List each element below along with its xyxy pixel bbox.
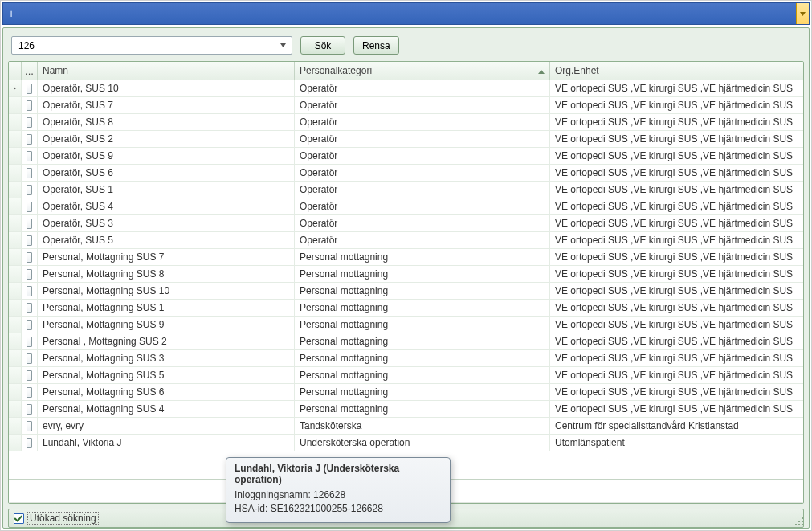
row-indicator xyxy=(9,350,22,366)
row-checkbox[interactable] xyxy=(27,151,32,161)
row-checkbox[interactable] xyxy=(27,353,32,364)
row-checkbox-cell[interactable] xyxy=(22,333,38,349)
row-checkbox-cell[interactable] xyxy=(22,249,38,265)
grid-header-org[interactable]: Org.Enhet xyxy=(550,62,803,80)
row-checkbox-cell[interactable] xyxy=(22,232,38,248)
row-category: Operatör xyxy=(295,232,550,248)
titlebar[interactable]: + xyxy=(2,2,810,25)
row-category: Operatör xyxy=(295,165,550,181)
table-row[interactable]: Operatör, SUS 8OperatörVE ortopedi SUS ,… xyxy=(9,114,803,131)
row-checkbox[interactable] xyxy=(27,438,32,448)
row-name: Operatör, SUS 9 xyxy=(38,148,295,164)
row-checkbox-cell[interactable] xyxy=(22,367,38,383)
grid-header-indicator[interactable] xyxy=(9,62,22,80)
table-row[interactable]: Operatör, SUS 5OperatörVE ortopedi SUS ,… xyxy=(9,232,803,249)
table-row[interactable]: Personal , Mottagning SUS 2Personal mott… xyxy=(9,333,803,350)
grid-header-checkbox[interactable]: ... xyxy=(22,62,38,80)
new-tab-plus-icon[interactable]: + xyxy=(3,7,19,20)
row-checkbox-cell[interactable] xyxy=(22,384,38,400)
row-name: Personal, Mottagning SUS 3 xyxy=(38,350,295,366)
row-checkbox-cell[interactable] xyxy=(22,266,38,282)
row-category: Operatör xyxy=(295,80,550,96)
tooltip-login-value: 126628 xyxy=(313,489,345,500)
row-checkbox-cell[interactable] xyxy=(22,435,38,451)
row-checkbox[interactable] xyxy=(27,84,32,94)
row-checkbox[interactable] xyxy=(27,117,32,128)
table-row[interactable]: Personal, Mottagning SUS 3Personal motta… xyxy=(9,350,803,367)
table-row[interactable]: Operatör, SUS 3OperatörVE ortopedi SUS ,… xyxy=(9,215,803,232)
results-grid: ... Namn Personalkategori Org.Enhet Oper… xyxy=(8,61,804,504)
table-row[interactable]: Operatör, SUS 10OperatörVE ortopedi SUS … xyxy=(9,80,803,97)
row-checkbox-cell[interactable] xyxy=(22,165,38,181)
titlebar-dropdown-button[interactable] xyxy=(796,3,809,24)
search-input[interactable] xyxy=(17,37,277,54)
row-checkbox[interactable] xyxy=(27,185,32,195)
search-combo[interactable] xyxy=(11,36,292,55)
row-checkbox[interactable] xyxy=(27,337,32,347)
grid-header-category[interactable]: Personalkategori xyxy=(295,62,550,80)
row-checkbox[interactable] xyxy=(27,421,32,431)
table-row[interactable]: Personal, Mottagning SUS 9Personal motta… xyxy=(9,317,803,333)
row-checkbox-cell[interactable] xyxy=(22,131,38,147)
row-checkbox[interactable] xyxy=(27,202,32,212)
row-name: Operatör, SUS 4 xyxy=(38,198,295,214)
table-row[interactable]: Operatör, SUS 6OperatörVE ortopedi SUS ,… xyxy=(9,165,803,182)
row-checkbox[interactable] xyxy=(27,100,32,111)
table-row[interactable]: Operatör, SUS 4OperatörVE ortopedi SUS ,… xyxy=(9,198,803,215)
row-checkbox[interactable] xyxy=(27,252,32,263)
row-checkbox-cell[interactable] xyxy=(22,283,38,299)
grid-header-name[interactable]: Namn xyxy=(38,62,295,80)
row-checkbox[interactable] xyxy=(27,370,32,381)
table-row[interactable]: Lundahl, Viktoria JUndersköterska operat… xyxy=(9,435,803,451)
row-checkbox-cell[interactable] xyxy=(22,317,38,333)
clear-button[interactable]: Rensa xyxy=(353,36,399,55)
row-checkbox-cell[interactable] xyxy=(22,198,38,214)
table-row[interactable]: Personal, Mottagning SUS 6Personal motta… xyxy=(9,384,803,401)
table-row[interactable]: evry, evryTandsköterskaCentrum för speci… xyxy=(9,418,803,435)
table-row[interactable]: Operatör, SUS 2OperatörVE ortopedi SUS ,… xyxy=(9,131,803,148)
row-checkbox[interactable] xyxy=(27,387,32,398)
row-checkbox[interactable] xyxy=(27,269,32,280)
extended-search-checkbox[interactable] xyxy=(14,513,24,524)
row-checkbox-cell[interactable] xyxy=(22,350,38,366)
row-checkbox[interactable] xyxy=(27,303,32,313)
row-checkbox-cell[interactable] xyxy=(22,401,38,417)
row-checkbox[interactable] xyxy=(27,320,32,330)
row-checkbox-cell[interactable] xyxy=(22,80,38,96)
row-indicator xyxy=(9,249,22,265)
grid-header-category-label: Personalkategori xyxy=(300,65,372,76)
table-row[interactable]: Operatör, SUS 9OperatörVE ortopedi SUS ,… xyxy=(9,148,803,165)
table-row[interactable]: Operatör, SUS 7OperatörVE ortopedi SUS ,… xyxy=(9,97,803,114)
row-checkbox[interactable] xyxy=(27,235,32,246)
row-org: VE ortopedi SUS ,VE kirurgi SUS ,VE hjär… xyxy=(550,401,803,417)
row-checkbox[interactable] xyxy=(27,286,32,296)
extended-search-label[interactable]: Utökad sökning xyxy=(27,512,99,525)
row-org: VE ortopedi SUS ,VE kirurgi SUS ,VE hjär… xyxy=(550,215,803,231)
row-checkbox-cell[interactable] xyxy=(22,148,38,164)
table-row[interactable]: Personal, Mottagning SUS 4Personal motta… xyxy=(9,401,803,418)
row-checkbox-cell[interactable] xyxy=(22,418,38,434)
row-checkbox-cell[interactable] xyxy=(22,97,38,113)
row-name: Operatör, SUS 1 xyxy=(38,182,295,198)
search-combo-arrow[interactable] xyxy=(277,37,288,54)
row-checkbox[interactable] xyxy=(27,134,32,145)
table-row[interactable]: Personal, Mottagning SUS 5Personal motta… xyxy=(9,367,803,384)
table-row[interactable]: Personal, Mottagning SUS 1Personal motta… xyxy=(9,300,803,317)
row-checkbox-cell[interactable] xyxy=(22,300,38,316)
table-row[interactable]: Personal, Mottagning SUS 7Personal motta… xyxy=(9,249,803,266)
row-checkbox-cell[interactable] xyxy=(22,182,38,198)
row-checkbox-cell[interactable] xyxy=(22,114,38,130)
row-checkbox-cell[interactable] xyxy=(22,215,38,231)
tooltip-title: Lundahl, Viktoria J (Undersköterska oper… xyxy=(235,463,442,485)
table-row[interactable]: Personal, Mottagning SUS 8Personal motta… xyxy=(9,266,803,283)
row-category: Personal mottagning xyxy=(295,384,550,400)
search-button[interactable]: Sök xyxy=(300,36,345,55)
row-category: Operatör xyxy=(295,198,550,214)
row-indicator xyxy=(9,131,22,147)
row-checkbox[interactable] xyxy=(27,168,32,178)
table-row[interactable]: Personal, Mottagning SUS 10Personal mott… xyxy=(9,283,803,300)
row-name: Personal , Mottagning SUS 2 xyxy=(38,333,295,349)
row-checkbox[interactable] xyxy=(27,404,32,415)
row-checkbox[interactable] xyxy=(27,219,32,229)
table-row[interactable]: Operatör, SUS 1OperatörVE ortopedi SUS ,… xyxy=(9,182,803,198)
